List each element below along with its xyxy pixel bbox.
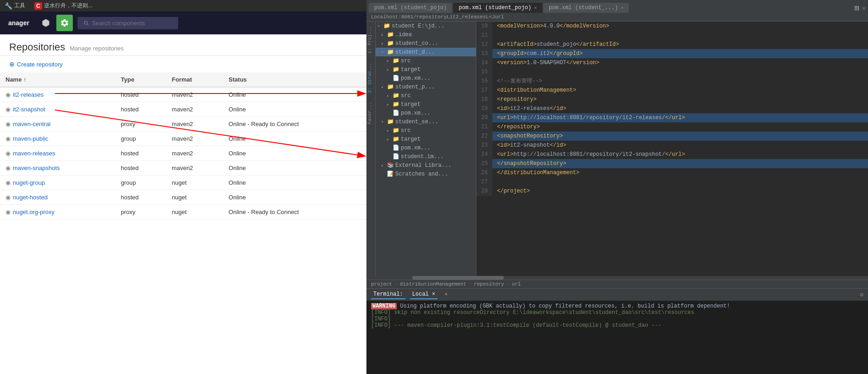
- nav-bar: anager: [0, 11, 366, 34]
- tab3-close[interactable]: ✕: [621, 5, 623, 11]
- breadcrumb-item[interactable]: project: [371, 281, 392, 287]
- table-row[interactable]: ◉maven-central proxy maven2 Online - Rea…: [0, 117, 366, 132]
- repo-icon: ◉: [5, 91, 11, 98]
- tree-arrow-icon: ▸: [379, 84, 386, 90]
- repo-name-link[interactable]: nuget-hosted: [13, 194, 48, 201]
- ide-tab-2[interactable]: pom.xml (student_pojo) ✕: [453, 3, 542, 13]
- repo-status: Online: [223, 161, 366, 176]
- minimize-icon[interactable]: m: [854, 4, 859, 13]
- breadcrumb: project›distributionManagement›repositor…: [366, 280, 868, 288]
- line-content: <artifactId>student_pojo</artifactId>: [492, 40, 868, 49]
- nav-settings-btn[interactable]: [56, 15, 73, 31]
- repo-name-link[interactable]: it2-snapshot: [13, 106, 45, 113]
- repo-name-link[interactable]: nuget-group: [13, 179, 45, 186]
- line-content: </snapshotRepository>: [492, 159, 868, 168]
- tree-item[interactable]: ▾ 📁 student_d...: [376, 48, 476, 56]
- col-status[interactable]: Status: [223, 72, 366, 87]
- table-row[interactable]: ◉nuget-hosted hosted nuget Online: [0, 190, 366, 205]
- tab2-close[interactable]: ✕: [534, 5, 537, 11]
- ide-tab-1[interactable]: pom.xml (student_pojo): [369, 3, 452, 13]
- breadcrumb-item[interactable]: url: [512, 281, 521, 287]
- terminal-line: [INFO] skip non existing resourceDirecto…: [371, 309, 863, 316]
- tree-item[interactable]: 📄 pom.xm...: [376, 109, 476, 117]
- url-text: Localhost:8081/repositoryLit2_releasesL<…: [371, 14, 504, 20]
- repo-type: hosted: [115, 190, 166, 205]
- app-menu[interactable]: C 逆水行舟，不进则...: [34, 2, 93, 10]
- terminal-local-tab[interactable]: Local ×: [410, 290, 437, 299]
- repo-name-link[interactable]: maven-releases: [13, 150, 55, 157]
- terminal-add-tab[interactable]: +: [442, 291, 450, 299]
- structure-label[interactable]: 2: Struc...: [366, 58, 375, 98]
- line-number: 26: [476, 168, 492, 177]
- breadcrumb-separator: ›: [469, 281, 472, 287]
- table-row[interactable]: ◉nuget-group group nuget Online: [0, 176, 366, 190]
- line-content: <repository>: [492, 95, 868, 104]
- tree-item[interactable]: ▸ 📁 src: [376, 126, 476, 135]
- tree-item[interactable]: ▸ 📁 target: [376, 100, 476, 109]
- ide-main: 1: Proj... 2: Struc... Favor... ▾ 📁 stud…: [366, 22, 868, 276]
- warning-tag: WARNING: [371, 303, 397, 309]
- tree-item[interactable]: ▸ 📁 .idea: [376, 30, 476, 39]
- repo-format: maven2: [166, 132, 223, 146]
- breadcrumb-item[interactable]: distributionManagement: [400, 281, 466, 287]
- line-number: 27: [476, 177, 492, 187]
- tree-file-icon: 📄: [393, 153, 399, 160]
- tree-item[interactable]: 📝 Scratches and...: [376, 170, 476, 178]
- col-format[interactable]: Format: [166, 72, 223, 87]
- tree-item[interactable]: ▸ 📁 target: [376, 65, 476, 74]
- tree-item[interactable]: ▸ 📁 student_p...: [376, 82, 476, 91]
- table-row[interactable]: ◉nuget.org-proxy proxy nuget Online - Re…: [0, 205, 366, 220]
- tree-item[interactable]: 📄 pom.xm...: [376, 74, 476, 82]
- search-box[interactable]: [77, 17, 178, 29]
- terminal: WARNING Using platform encoding (GBK act…: [366, 301, 868, 374]
- tree-item[interactable]: ▸ 📚 External Libra...: [376, 161, 476, 170]
- tree-item[interactable]: 📄 pom.xm...: [376, 143, 476, 152]
- tools-icon: 🔧: [5, 2, 12, 10]
- repo-name-link[interactable]: nuget.org-proxy: [13, 209, 55, 215]
- info-text: [INFO] --- maven-compiler-plugin:3.1:tes…: [371, 322, 661, 329]
- tree-item[interactable]: ▾ 📁 student E:\jd...: [376, 22, 476, 30]
- code-line: 11: [476, 31, 868, 40]
- table-row[interactable]: ◉maven-snapshots hosted maven2 Online: [0, 161, 366, 176]
- repo-status: Online - Ready to Connect: [223, 117, 366, 132]
- tree-item[interactable]: ▸ 📁 target: [376, 135, 476, 143]
- col-name[interactable]: Name ↑: [0, 72, 115, 87]
- create-repo-button[interactable]: ⊕ Create repository: [0, 56, 366, 72]
- repo-name-link[interactable]: maven-snapshots: [13, 165, 60, 171]
- repo-name-link[interactable]: it2-releases: [13, 91, 44, 98]
- table-row[interactable]: ◉maven-releases hosted maven2 Online: [0, 146, 366, 161]
- line-content: </repository>: [492, 122, 868, 132]
- tree-item[interactable]: 📄 student.im...: [376, 152, 476, 161]
- tree-item[interactable]: ▸ 📁 src: [376, 91, 476, 100]
- table-row[interactable]: ◉it2-releases hosted maven2 Online: [0, 87, 366, 102]
- nav-packages-btn[interactable]: [38, 15, 54, 31]
- search-input[interactable]: [92, 20, 173, 27]
- col-type[interactable]: Type: [115, 72, 166, 87]
- tree-item[interactable]: ▾ 📁 student_se...: [376, 117, 476, 126]
- repo-name-link[interactable]: maven-public: [13, 135, 48, 142]
- code-line: 14 <version>1.0-SNAPSHOT</version>: [476, 58, 868, 67]
- tree-arrow-icon: ▸: [379, 163, 386, 168]
- terminal-header: Terminal: Local × + ⚙: [366, 288, 868, 301]
- tree-item[interactable]: ▸ 📁 student_co...: [376, 39, 476, 48]
- terminal-gear-icon[interactable]: ⚙: [860, 291, 863, 298]
- scrollbar-area[interactable]: [366, 276, 868, 280]
- breadcrumb-item[interactable]: repository: [474, 281, 504, 287]
- line-content: </distributionManagement>: [492, 168, 868, 177]
- repo-format: nuget: [166, 205, 223, 220]
- line-content: [492, 177, 868, 187]
- editor-close-icon[interactable]: ✕: [862, 5, 866, 12]
- terminal-line: [INFO]: [371, 316, 863, 322]
- repo-icon: ◉: [5, 194, 11, 201]
- project-label[interactable]: 1: Proj...: [366, 22, 375, 58]
- tools-menu[interactable]: 🔧 工具: [5, 2, 25, 10]
- table-row[interactable]: ◉it2-snapshot hosted maven2 Online: [0, 102, 366, 117]
- favorites-label[interactable]: Favor...: [366, 98, 375, 129]
- ide-tab-3[interactable]: pom.xml (student_...) ✕: [543, 3, 629, 13]
- table-row[interactable]: ◉maven-public group maven2 Online: [0, 132, 366, 146]
- repo-name-link[interactable]: maven-central: [13, 121, 50, 127]
- tree-item[interactable]: ▸ 📁 src: [376, 56, 476, 65]
- tree-item-label: student_p...: [395, 84, 435, 90]
- scrollbar-thumb[interactable]: [412, 276, 504, 280]
- line-number: 24: [476, 150, 492, 159]
